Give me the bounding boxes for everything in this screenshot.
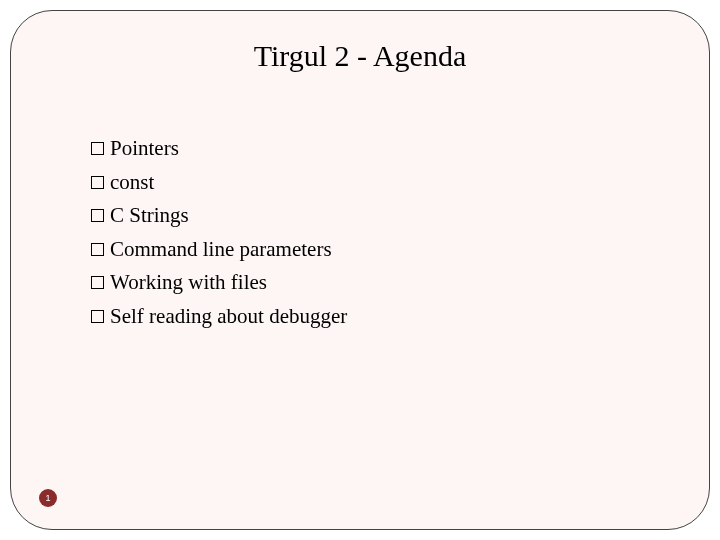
square-bullet-icon — [91, 310, 104, 323]
slide-title: Tirgul 2 - Agenda — [11, 39, 709, 73]
page-number: 1 — [45, 493, 50, 503]
list-item: Command line parameters — [91, 234, 709, 266]
list-item: Working with files — [91, 267, 709, 299]
list-item: Self reading about debugger — [91, 301, 709, 333]
page-number-badge: 1 — [39, 489, 57, 507]
list-item-label: Command line parameters — [110, 234, 332, 266]
list-item-label: const — [110, 167, 154, 199]
square-bullet-icon — [91, 276, 104, 289]
list-item-label: Working with files — [110, 267, 267, 299]
square-bullet-icon — [91, 243, 104, 256]
list-item: C Strings — [91, 200, 709, 232]
square-bullet-icon — [91, 142, 104, 155]
square-bullet-icon — [91, 176, 104, 189]
list-item-label: Pointers — [110, 133, 179, 165]
list-item-label: Self reading about debugger — [110, 301, 347, 333]
list-item: Pointers — [91, 133, 709, 165]
list-item-label: C Strings — [110, 200, 189, 232]
list-item: const — [91, 167, 709, 199]
agenda-list: Pointers const C Strings Command line pa… — [91, 133, 709, 332]
slide-frame: Tirgul 2 - Agenda Pointers const C Strin… — [10, 10, 710, 530]
square-bullet-icon — [91, 209, 104, 222]
